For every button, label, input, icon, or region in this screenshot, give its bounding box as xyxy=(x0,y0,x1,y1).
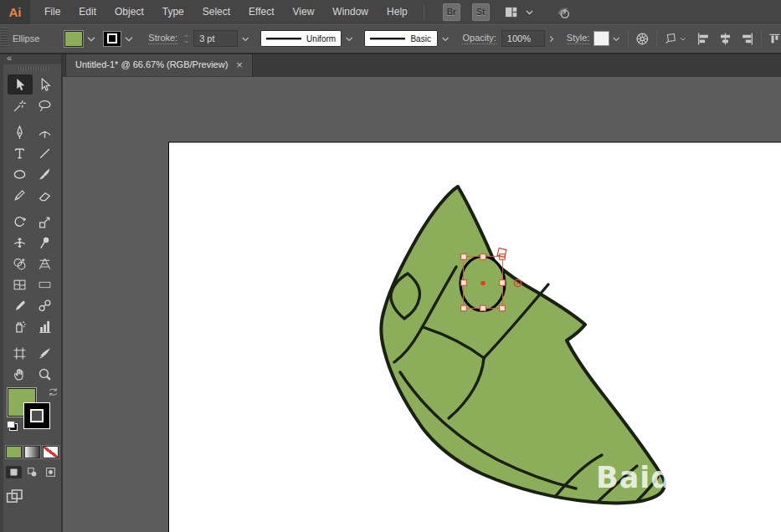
chevron-down-icon[interactable] xyxy=(123,32,135,46)
tool-gradient[interactable] xyxy=(33,274,58,294)
stroke-indicator[interactable] xyxy=(24,403,49,428)
document-tab[interactable]: Untitled-1* @ 66.67% (RGB/Preview) × xyxy=(65,53,253,76)
align-right-icon[interactable] xyxy=(740,32,754,46)
tool-zoom[interactable] xyxy=(33,364,58,384)
width-profile-dropdown[interactable]: Uniform xyxy=(260,30,342,47)
tool-ellipse[interactable] xyxy=(8,164,33,184)
menu-item-object[interactable]: Object xyxy=(105,0,153,24)
tool-scale[interactable] xyxy=(33,212,58,232)
tool-blend[interactable] xyxy=(33,295,58,315)
style-swatch[interactable] xyxy=(594,32,609,45)
tool-mesh[interactable] xyxy=(8,274,33,294)
fill-stroke-widget xyxy=(5,387,60,441)
shape-properties-icon[interactable] xyxy=(664,31,677,46)
panel-grip[interactable] xyxy=(17,67,49,71)
tool-width[interactable] xyxy=(8,233,33,253)
draw-inside-button[interactable] xyxy=(43,466,59,478)
tool-column-graph[interactable] xyxy=(33,316,58,336)
options-separator xyxy=(656,31,657,46)
draw-behind-button[interactable] xyxy=(24,466,40,478)
stepper-up-icon[interactable] xyxy=(182,33,190,38)
tool-pencil[interactable] xyxy=(8,185,33,205)
tool-puppet-warp[interactable] xyxy=(33,233,58,253)
workspace-switcher[interactable] xyxy=(503,6,535,18)
tool-rotate[interactable] xyxy=(8,212,33,232)
tool-line-segment[interactable] xyxy=(33,143,58,163)
change-screen-mode-icon[interactable] xyxy=(3,489,25,504)
selection-handle[interactable] xyxy=(461,305,467,311)
bridge-button[interactable]: Br xyxy=(443,3,460,21)
default-colors-icon[interactable] xyxy=(7,421,18,431)
selection-handle[interactable] xyxy=(480,254,486,260)
opacity-label[interactable]: Opacity: xyxy=(462,33,496,44)
menu-item-edit[interactable]: Edit xyxy=(69,0,105,24)
tool-symbol-sprayer[interactable] xyxy=(8,316,33,336)
opacity-expand-icon[interactable] xyxy=(547,33,556,44)
stroke-color-control[interactable] xyxy=(104,32,135,46)
opacity-field[interactable]: 100% xyxy=(501,30,546,47)
close-tab-icon[interactable]: × xyxy=(236,59,243,70)
align-left-icon[interactable] xyxy=(696,32,711,46)
stroke-color-swatch[interactable] xyxy=(104,32,121,46)
brush-dropdown[interactable]: Basic xyxy=(364,30,438,47)
menu-item-window[interactable]: Window xyxy=(323,0,378,24)
tool-direct-selection[interactable] xyxy=(33,74,58,95)
none-button[interactable] xyxy=(43,446,59,458)
menu-item-effect[interactable]: Effect xyxy=(239,0,283,24)
chevron-down-icon[interactable] xyxy=(85,32,97,46)
chevron-down-icon[interactable] xyxy=(344,32,354,46)
tool-eraser[interactable] xyxy=(33,185,58,205)
selection-handle[interactable] xyxy=(500,305,506,311)
stock-button[interactable]: St xyxy=(472,3,490,21)
tool-selection[interactable] xyxy=(8,74,33,95)
control-bar-grip[interactable] xyxy=(1,28,8,49)
chevron-down-icon[interactable] xyxy=(440,32,450,46)
tool-type[interactable] xyxy=(8,143,33,163)
draw-normal-button[interactable] xyxy=(6,466,22,478)
color-button[interactable] xyxy=(6,446,22,458)
stroke-weight-field[interactable]: 3 pt xyxy=(193,30,238,47)
fill-color-swatch[interactable] xyxy=(64,31,83,47)
stroke-weight-label[interactable]: Stroke: xyxy=(148,33,177,44)
chevron-down-icon[interactable] xyxy=(679,34,687,43)
stroke-weight-stepper[interactable] xyxy=(182,33,190,44)
tool-magic-wand[interactable] xyxy=(8,95,33,115)
align-top-icon[interactable] xyxy=(768,32,781,46)
tool-curvature[interactable] xyxy=(33,122,58,142)
selection-handle[interactable] xyxy=(500,280,506,286)
tool-eyedropper[interactable] xyxy=(8,295,33,315)
style-label[interactable]: Style: xyxy=(567,33,590,44)
line-segment-tool-icon xyxy=(38,146,52,161)
menu-item-select[interactable]: Select xyxy=(193,0,239,24)
power-status-icon[interactable] xyxy=(553,5,572,20)
selection-handle[interactable] xyxy=(461,280,467,286)
direct-selection-tool-icon xyxy=(38,78,52,92)
tool-perspective-grid[interactable] xyxy=(33,253,58,274)
menu-item-view[interactable]: View xyxy=(284,0,324,24)
chevron-down-icon[interactable] xyxy=(240,32,250,46)
align-center-icon[interactable] xyxy=(718,32,732,46)
swap-fill-stroke-icon[interactable] xyxy=(48,387,59,398)
tool-shape-builder[interactable] xyxy=(8,253,33,274)
tool-lasso[interactable] xyxy=(33,95,58,115)
tool-paintbrush[interactable] xyxy=(33,164,58,184)
menu-item-file[interactable]: File xyxy=(35,0,69,24)
stepper-down-icon[interactable] xyxy=(182,39,190,44)
tool-slice[interactable] xyxy=(33,343,58,363)
menu-item-help[interactable]: Help xyxy=(378,0,417,24)
tool-pen[interactable] xyxy=(8,122,33,142)
fill-color-control[interactable] xyxy=(64,31,97,47)
selection-handle[interactable] xyxy=(461,254,467,260)
illustrator-logo[interactable]: Ai xyxy=(0,0,30,24)
menu-item-type[interactable]: Type xyxy=(153,0,193,24)
gradient-button[interactable] xyxy=(24,446,40,458)
rotate-tool-icon xyxy=(13,215,27,229)
recolor-artwork-icon[interactable] xyxy=(635,31,650,47)
tool-artboard[interactable] xyxy=(8,343,33,363)
chevron-down-icon[interactable] xyxy=(611,32,621,46)
selection-handle[interactable] xyxy=(480,305,486,311)
canvas-area[interactable]: Baid xyxy=(63,77,781,532)
selection-center-point[interactable] xyxy=(480,281,485,285)
collapse-panel-icon[interactable]: « xyxy=(3,53,61,64)
tool-hand[interactable] xyxy=(8,364,33,384)
